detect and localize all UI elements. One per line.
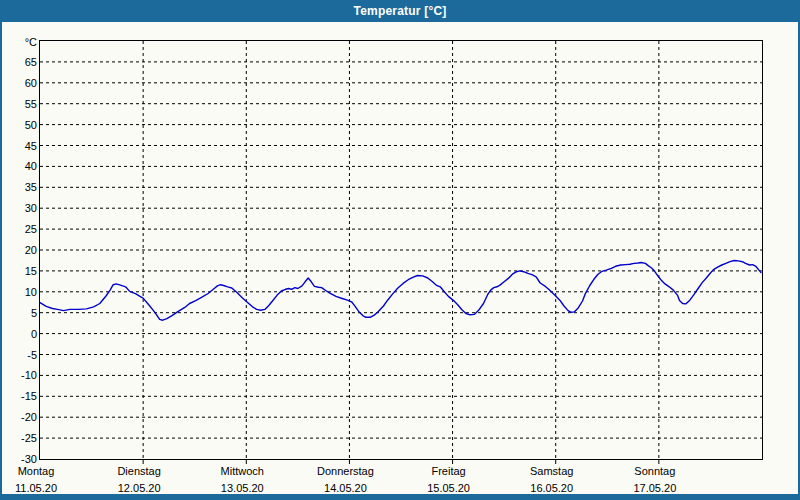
x-axis-date-label: 14.05.20: [324, 482, 367, 494]
x-axis-date-label: 11.05.20: [15, 482, 57, 494]
y-axis-tick-label: 20: [2, 243, 37, 257]
y-axis-tick-label: 10: [2, 285, 37, 299]
window-title-bar: Temperatur [°C]: [2, 0, 798, 22]
y-axis-tick-label: -30: [2, 452, 37, 466]
x-axis-date-label: 12.05.20: [118, 482, 161, 494]
x-axis-date-label: 15.05.20: [427, 482, 470, 494]
y-axis-tick-label: -5: [2, 348, 37, 362]
y-axis-tick-label: 5: [2, 306, 37, 320]
y-axis-tick-label: 50: [2, 118, 37, 132]
y-axis-tick-label: 45: [2, 139, 37, 153]
x-axis-day-label: Sonntag: [634, 465, 675, 477]
temperature-series-line: [40, 261, 761, 321]
x-axis-day-label: Samstag: [530, 465, 573, 477]
y-axis-tick-label: 0: [2, 327, 37, 341]
x-axis-day-label: Donnerstag: [317, 465, 374, 477]
y-axis-tick-label: -20: [2, 410, 37, 424]
temperature-line-chart: [40, 41, 762, 459]
y-axis-tick-label: -10: [2, 368, 37, 382]
x-axis-date-label: 13.05.20: [221, 482, 264, 494]
y-axis-tick-label: 15: [2, 264, 37, 278]
x-axis-date-label: 16.05.20: [530, 482, 573, 494]
y-axis-tick-label: 30: [2, 201, 37, 215]
x-axis-date-label: 17.05.20: [633, 482, 676, 494]
y-axis-tick-label: -15: [2, 389, 37, 403]
chart-window: Temperatur [°C] °C 656055504540353025201…: [0, 0, 800, 500]
y-axis-tick-label: 60: [2, 76, 37, 90]
x-axis-day-label: Freitag: [431, 465, 465, 477]
y-axis-unit-label: °C: [2, 36, 37, 48]
y-axis-tick-label: -25: [2, 431, 37, 445]
x-axis-day-label: Dienstag: [117, 465, 160, 477]
plot-area: [39, 40, 763, 460]
y-axis-tick-label: 40: [2, 159, 37, 173]
y-axis-tick-label: 55: [2, 97, 37, 111]
x-axis-day-label: Montag: [18, 465, 55, 477]
x-axis-day-label: Mittwoch: [221, 465, 264, 477]
y-axis-tick-label: 35: [2, 180, 37, 194]
y-axis-tick-label: 25: [2, 222, 37, 236]
window-title: Temperatur [°C]: [354, 4, 447, 18]
y-axis-tick-label: 65: [2, 55, 37, 69]
